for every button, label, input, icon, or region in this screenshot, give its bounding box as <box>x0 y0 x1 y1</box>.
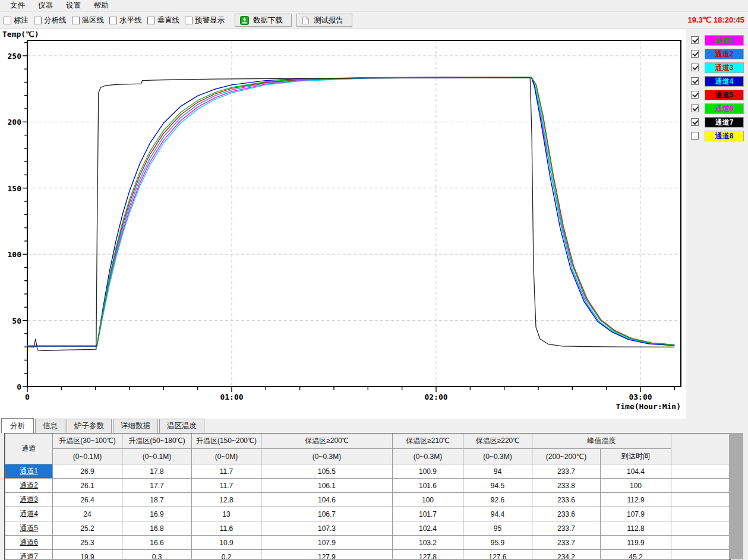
cell-blank <box>671 536 730 550</box>
cell-blank <box>671 479 730 493</box>
legend-chip-3[interactable]: 通道3 <box>705 62 744 73</box>
menu-item-2[interactable]: 仪器 <box>31 0 59 11</box>
row-channel-通道2[interactable]: 通道2 <box>5 479 53 493</box>
tab-详细数据[interactable]: 详细数据 <box>113 419 158 433</box>
cell-通道3-col2: 18.7 <box>122 493 192 507</box>
tab-温区温度[interactable]: 温区温度 <box>159 419 204 433</box>
cell-通道3-col3: 12.8 <box>192 493 261 507</box>
data-download-button[interactable]: 数据下载 <box>235 14 292 27</box>
cell-通道6-col4: 107.9 <box>261 536 393 550</box>
svg-text:02:00: 02:00 <box>424 393 447 401</box>
table-subheader-peak-temp: (200~200℃) <box>532 449 601 464</box>
cell-通道5-col7: 233.7 <box>532 521 601 536</box>
legend-item-5: 通道5 <box>691 90 748 100</box>
toolbar-checkbox-2[interactable] <box>34 17 42 24</box>
cell-blank <box>671 521 730 536</box>
legend-chip-6[interactable]: 通道6 <box>705 103 744 114</box>
table-header-group-2: 升温区(50~180℃) <box>122 434 192 449</box>
toolbar-checkbox-6[interactable] <box>185 17 192 24</box>
table-subheader-3: (0~0M) <box>192 449 261 464</box>
cell-通道6-col8: 119.9 <box>601 536 671 550</box>
legend-checkbox-6[interactable] <box>691 105 699 112</box>
series-通道2 <box>27 77 674 346</box>
menu-item-3[interactable]: 设置 <box>59 0 87 11</box>
toolbar-check-label: 分析线 <box>44 15 67 26</box>
legend-checkbox-1[interactable] <box>691 36 699 44</box>
menu-bar: 文件仪器设置帮助 <box>0 0 748 11</box>
toolbar-checkbox-5[interactable] <box>147 17 155 24</box>
cell-通道4-col3: 13 <box>192 507 261 521</box>
cell-通道4-col4: 106.7 <box>261 507 393 521</box>
cell-通道6-col1: 25.3 <box>53 536 122 550</box>
table-row: 通道226.117.711.7106.1101.694.5233.8100 <box>5 479 730 493</box>
svg-text:03:00: 03:00 <box>629 393 652 401</box>
menu-item-1[interactable]: 文件 <box>4 0 31 11</box>
svg-text:0: 0 <box>25 393 30 401</box>
cell-通道2-col1: 26.1 <box>53 479 122 493</box>
cell-通道4-col2: 16.9 <box>122 507 192 521</box>
cell-通道5-col1: 25.2 <box>53 521 122 536</box>
cell-通道2-col3: 11.7 <box>192 479 261 493</box>
toolbar-check-label: 水平线 <box>119 15 142 26</box>
tab-信息[interactable]: 信息 <box>35 419 65 433</box>
test-report-button[interactable]: 测试报告 <box>296 14 352 27</box>
table-row: 通道42416.913106.7101.794.4233.6107.9 <box>5 507 730 521</box>
legend-chip-7[interactable]: 通道7 <box>705 117 744 128</box>
svg-text:Temp(℃): Temp(℃) <box>2 31 39 39</box>
tab-分析[interactable]: 分析 <box>1 418 34 434</box>
legend-chip-1[interactable]: 通道1 <box>705 35 744 46</box>
report-icon <box>302 16 310 25</box>
cell-通道2-col5: 101.6 <box>393 479 463 493</box>
legend-checkbox-2[interactable] <box>691 50 699 58</box>
toolbar-checkbox-1[interactable] <box>4 17 11 24</box>
toolbar-check-2: 分析线 <box>34 15 67 26</box>
table-header-peak: 峰值温度 <box>532 434 671 449</box>
legend-checkbox-4[interactable] <box>691 77 699 85</box>
legend-checkbox-8[interactable] <box>691 132 699 140</box>
table-header-group-3: 升温区(150~200℃) <box>192 434 261 449</box>
data-download-label: 数据下载 <box>253 15 283 26</box>
legend-checkbox-3[interactable] <box>691 64 699 71</box>
cell-通道5-col5: 102.4 <box>393 521 463 536</box>
toolbar-checkbox-3[interactable] <box>72 17 80 24</box>
cell-通道2-col8: 100 <box>601 479 671 493</box>
temperature-clock-display: 19.3℃ 18:20:45 <box>687 15 744 24</box>
table-header-channel: 通道 <box>5 434 53 464</box>
menu-item-4[interactable]: 帮助 <box>87 0 115 11</box>
cell-通道6-col6: 95.9 <box>463 536 532 550</box>
legend-chip-5[interactable]: 通道5 <box>705 90 744 100</box>
table-subheader-6: (0~0.3M) <box>463 449 532 464</box>
legend-checkbox-7[interactable] <box>691 118 699 126</box>
cell-通道3-col7: 233.6 <box>532 493 601 507</box>
row-channel-通道1[interactable]: 通道1 <box>5 464 53 479</box>
cell-通道3-col1: 26.4 <box>53 493 122 507</box>
table-subheader-4: (0~0.3M) <box>261 449 393 464</box>
svg-text:200: 200 <box>8 118 22 126</box>
legend-item-6: 通道6 <box>691 103 748 113</box>
table-header-group-4: 保温区≥200℃ <box>261 434 393 449</box>
tab-炉子参数[interactable]: 炉子参数 <box>67 419 112 433</box>
row-channel-通道3[interactable]: 通道3 <box>5 493 53 507</box>
cell-通道1-col5: 100.9 <box>393 464 463 479</box>
table-subheader-1: (0~0.1M) <box>53 449 122 464</box>
row-channel-通道6[interactable]: 通道6 <box>5 536 53 550</box>
row-channel-通道5[interactable]: 通道5 <box>5 521 53 536</box>
row-channel-通道4[interactable]: 通道4 <box>5 507 53 521</box>
legend-chip-8[interactable]: 通道8 <box>705 131 744 141</box>
legend-item-3: 通道3 <box>691 62 748 72</box>
table-subheader-5: (0~0.3M) <box>393 449 463 464</box>
legend-chip-4[interactable]: 通道4 <box>705 76 744 87</box>
chart-panel[interactable]: 050100150200250001:0002:0003:00Temp(℃)Ti… <box>0 29 686 419</box>
temperature-profile-chart[interactable]: 050100150200250001:0002:0003:00Temp(℃)Ti… <box>0 31 686 417</box>
legend-checkbox-5[interactable] <box>691 91 699 99</box>
cell-通道1-col4: 105.5 <box>261 464 393 479</box>
toolbar-check-4: 水平线 <box>109 15 142 26</box>
series-通道5 <box>27 77 674 346</box>
toolbar-checkbox-4[interactable] <box>109 17 117 24</box>
cell-通道5-col2: 16.8 <box>122 521 192 536</box>
toolbar-check-label: 预警显示 <box>195 15 225 26</box>
legend-item-7: 通道7 <box>691 117 748 127</box>
cell-通道6-col2: 16.6 <box>122 536 192 550</box>
legend-item-4: 通道4 <box>691 76 748 86</box>
legend-chip-2[interactable]: 通道2 <box>705 49 744 59</box>
